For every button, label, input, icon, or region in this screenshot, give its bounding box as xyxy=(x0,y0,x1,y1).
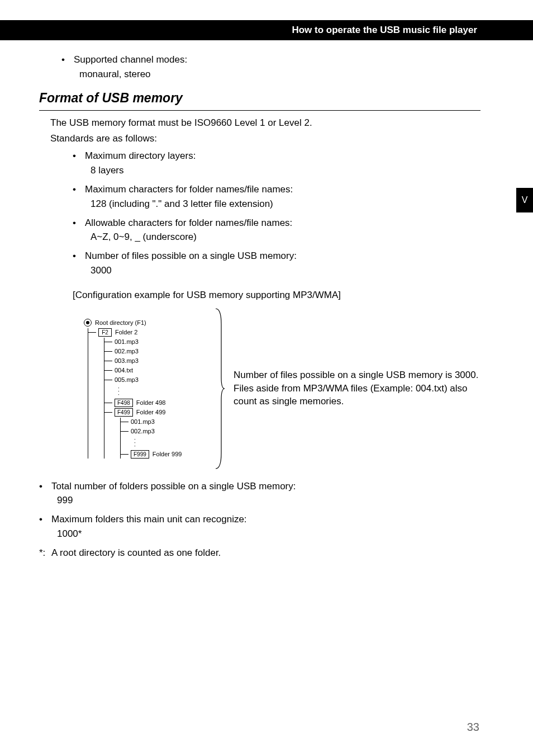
header-bar: How to operate the USB music file player xyxy=(0,20,533,40)
tree-folder: F498 Folder 498 xyxy=(115,399,212,407)
bullet-item: • Maximum characters for folder names/fi… xyxy=(73,183,480,196)
bullet-label: Maximum characters for folder names/file… xyxy=(85,183,480,196)
bullet-label: Total number of folders possible on a si… xyxy=(51,480,480,493)
config-caption: [Configuration example for USB memory su… xyxy=(73,289,480,302)
bullet-marker: • xyxy=(73,149,85,163)
file-name: 004.txt xyxy=(115,367,133,374)
bullet-label: Allowable characters for folder names/fi… xyxy=(85,216,480,230)
bullet-item: • Allowable characters for folder names/… xyxy=(73,216,480,230)
folder-label: Folder 499 xyxy=(136,409,166,415)
footnote-text: A root directory is counted as one folde… xyxy=(51,546,221,560)
tree-folder: F2 Folder 2 xyxy=(98,328,212,337)
side-tab: V xyxy=(516,188,533,212)
brace-icon xyxy=(213,308,225,470)
file-name: 001.mp3 xyxy=(115,338,139,345)
vertical-ellipsis: ··· xyxy=(131,437,212,449)
disc-icon xyxy=(84,319,92,327)
tree-file: 003.mp3 xyxy=(115,357,212,365)
folder-id-box: F498 xyxy=(115,399,133,407)
bullet-marker: • xyxy=(61,53,74,67)
diagram-note: Number of files possible on a single USB… xyxy=(226,368,480,408)
tree-root-label: Root directory (F1) xyxy=(95,319,146,326)
tree-folder: F999 Folder 999 xyxy=(131,450,212,459)
tree-file: 005.mp3 xyxy=(115,376,212,384)
bullet-label: Supported channel modes: xyxy=(74,53,480,67)
vertical-ellipsis: ··· xyxy=(115,385,212,398)
bullet-marker: • xyxy=(39,480,51,493)
page-number: 33 xyxy=(467,721,479,734)
bullet-marker: • xyxy=(73,216,85,230)
bullet-label: Maximum folders this main unit can recog… xyxy=(51,513,480,526)
file-name: 003.mp3 xyxy=(115,357,139,364)
bullet-sub: A~Z, 0~9, _ (underscore) xyxy=(91,230,480,244)
bullet-sub: 128 (including "." and 3 letter file ext… xyxy=(91,197,480,211)
file-name: 005.mp3 xyxy=(115,376,139,383)
section-intro-2: Standards are as follows: xyxy=(50,132,480,145)
brace xyxy=(212,308,226,470)
folder-tree-diagram: Root directory (F1) F2 Folder 2 001.mp3 … xyxy=(84,318,212,460)
bullet-item: • Maximum directory layers: xyxy=(73,149,480,163)
footnote-key: *: xyxy=(39,546,51,560)
bullet-item: • Supported channel modes: xyxy=(61,53,480,67)
footnote: *: A root directory is counted as one fo… xyxy=(39,546,480,560)
file-name: 001.mp3 xyxy=(131,418,155,425)
bullet-item: • Total number of folders possible on a … xyxy=(39,480,480,493)
tree-root: Root directory (F1) xyxy=(84,319,212,327)
folder-id-box: F2 xyxy=(98,328,112,337)
bullet-sub: 1000* xyxy=(57,527,480,541)
diagram-wrap: Root directory (F1) F2 Folder 2 001.mp3 … xyxy=(84,308,480,470)
bullet-marker: • xyxy=(39,513,51,526)
folder-id-box: F999 xyxy=(131,450,149,459)
section-intro-1: The USB memory format must be ISO9660 Le… xyxy=(50,116,480,130)
folder-label: Folder 999 xyxy=(153,451,182,457)
bullet-item: • Number of files possible on a single U… xyxy=(73,249,480,263)
tree-file: 004.txt xyxy=(115,366,212,375)
tree-folder: F499 Folder 499 xyxy=(115,408,212,417)
tree-file: 001.mp3 xyxy=(115,338,212,346)
page-content: • Supported channel modes: monaural, ste… xyxy=(39,53,480,560)
header-title: How to operate the USB music file player xyxy=(292,25,477,36)
bullet-label: Number of files possible on a single USB… xyxy=(85,249,480,263)
bullet-label: Maximum directory layers: xyxy=(85,149,480,163)
tree-file: 001.mp3 xyxy=(131,418,212,426)
bullet-marker: • xyxy=(73,183,85,196)
side-tab-label: V xyxy=(522,195,528,205)
bullet-sub: 3000 xyxy=(91,264,480,277)
file-name: 002.mp3 xyxy=(115,348,139,355)
section-title: Format of USB memory xyxy=(39,89,480,111)
folder-label: Folder 2 xyxy=(115,329,137,336)
tree-file: 002.mp3 xyxy=(131,427,212,436)
bullet-sub: monaural, stereo xyxy=(79,68,480,81)
section-body: The USB memory format must be ISO9660 Le… xyxy=(50,116,480,470)
bullet-sub: 999 xyxy=(57,494,480,507)
bullet-sub: 8 layers xyxy=(91,164,480,177)
folder-id-box: F499 xyxy=(115,408,133,417)
bullet-marker: • xyxy=(73,249,85,263)
bullet-item: • Maximum folders this main unit can rec… xyxy=(39,513,480,526)
tree-file: 002.mp3 xyxy=(115,347,212,356)
file-name: 002.mp3 xyxy=(131,428,155,434)
folder-label: Folder 498 xyxy=(136,399,166,406)
